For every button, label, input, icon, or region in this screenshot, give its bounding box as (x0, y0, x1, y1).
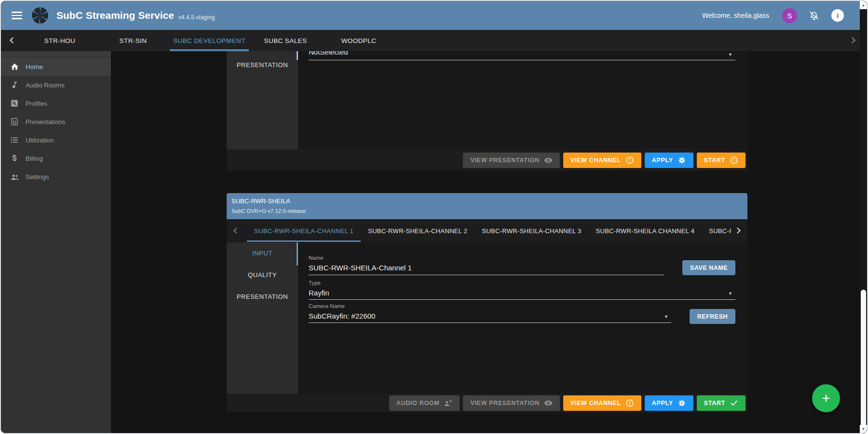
sidebar-item-label: Home (26, 63, 43, 70)
side-tab-column: INPUT QUALITY PRESENTATION (227, 242, 298, 395)
app-window: SubC Streaming Service v4.4.5-staging We… (0, 0, 868, 434)
start-button[interactable]: START (697, 395, 746, 411)
view-presentation-button[interactable]: VIEW PRESENTATION (463, 395, 559, 411)
sidebar-item-profiles[interactable]: Profiles (1, 94, 111, 112)
sidebar-item-settings[interactable]: Settings (1, 168, 111, 186)
org-tab-str-sin[interactable]: STR-SIN (96, 30, 170, 51)
gear-icon (678, 399, 686, 407)
type-underline (309, 299, 735, 300)
view-channel-button[interactable]: VIEW CHANNEL (563, 153, 641, 168)
list-icon (10, 135, 19, 145)
eye-icon (544, 399, 553, 407)
camera-name-underline (309, 322, 671, 323)
view-presentation-button[interactable]: VIEW PRESENTATION (463, 153, 559, 168)
type-select[interactable]: Rayfin (309, 289, 329, 297)
alert-icon (625, 156, 634, 165)
apply-button[interactable]: APPLY (645, 395, 693, 411)
channel-tab-3[interactable]: SUBC-RWR-SHEILA-CHANNEL 3 (475, 219, 588, 242)
presentation-panel: NotSelected ▼ (298, 51, 747, 150)
eye-icon (544, 156, 553, 165)
dropdown-arrow-icon[interactable]: ▼ (664, 314, 668, 319)
name-label: Name (309, 255, 324, 261)
sidebar-item-home[interactable]: Home (1, 57, 111, 76)
org-tab-subc-sales[interactable]: SUBC SALES (249, 30, 322, 51)
music-note-icon (10, 80, 19, 90)
sidebar-item-label: Audio Rooms (26, 82, 65, 89)
aperture-logo-icon (32, 7, 48, 24)
sidebar-top-strip (1, 51, 111, 57)
dropdown-arrow-icon[interactable]: ▼ (728, 52, 732, 57)
sidebar-item-label: Billing (26, 155, 43, 162)
sidebar-item-label: Profiles (26, 100, 47, 107)
camera-name-select[interactable]: SubCRayfin: #22600 (309, 312, 375, 320)
channel-tab-bar: SUBC-RWR-SHEILA-CHANNEL 1 SUBC-RWR-SHEIL… (227, 219, 747, 242)
start-button[interactable]: START (697, 153, 746, 168)
side-tab-presentation[interactable]: PRESENTATION (227, 286, 298, 308)
device-card-header: SUBC-RWR-SHEILA SubC DVR+O v7.12.0-relea… (227, 193, 747, 219)
sidebar-item-audio-rooms[interactable]: Audio Rooms (1, 76, 111, 94)
add-device-fab[interactable]: + (812, 384, 840, 412)
sidebar-item-label: Presentations (26, 118, 66, 126)
input-form: Name SAVE NAME Type Rayfin ▼ Camera Name… (298, 242, 747, 395)
home-icon (10, 62, 19, 71)
sidebar-item-label: Utilization (26, 137, 54, 144)
scrollbar-thumb[interactable] (861, 290, 866, 427)
device-card-subc-rwr-sheila: SUBC-RWR-SHEILA SubC DVR+O v7.12.0-relea… (227, 193, 747, 412)
org-tab-str-hou[interactable]: STR-HOU (23, 30, 96, 51)
channel-panel: INPUT QUALITY PRESENTATION Name SAVE NAM… (227, 242, 747, 395)
org-tab-bar: STR-HOU STR-SIN SUBC DEVELOPMENT SUBC SA… (1, 30, 867, 51)
camera-name-label: Camera Name (309, 303, 345, 309)
card-actions: VIEW PRESENTATION VIEW CHANNEL APPLY STA… (227, 150, 747, 171)
sidebar-item-utilization[interactable]: Utilization (1, 131, 111, 149)
scroll-down-icon[interactable]: ▼ (860, 425, 867, 433)
app-bar: SubC Streaming Service v4.4.5-staging We… (1, 1, 867, 30)
plus-icon: + (822, 390, 830, 406)
presentation-select[interactable]: NotSelected (309, 51, 348, 56)
side-tab-input[interactable]: INPUT (227, 242, 298, 264)
people-icon (10, 172, 19, 182)
sidebar-item-billing[interactable]: $ Billing (1, 149, 111, 168)
channel-tab-1[interactable]: SUBC-RWR-SHEILA-CHANNEL 1 (247, 219, 361, 242)
channels-scroll-left-icon[interactable] (233, 227, 240, 234)
side-tab-column: PRESENTATION (227, 51, 298, 150)
app-title: SubC Streaming Service (56, 10, 174, 21)
card-actions: AUDIO ROOM VIEW PRESENTATION VIEW CHANNE… (227, 394, 747, 412)
sidebar-item-label: Settings (26, 173, 49, 181)
voice-icon (444, 399, 452, 407)
side-tab-quality[interactable]: QUALITY (227, 264, 298, 286)
check-icon (730, 399, 738, 407)
image-search-icon (10, 98, 19, 108)
notifications-off-icon[interactable] (808, 10, 820, 21)
tabs-scroll-left-icon[interactable] (10, 37, 16, 43)
channel-tab-4[interactable]: SUBC-RWR-SHEILA CHANNEL 4 (588, 219, 702, 242)
device-card-top: PRESENTATION NotSelected ▼ VIEW PRESENTA… (227, 51, 747, 171)
device-subtitle: SubC DVR+O v7.12.0-release (231, 208, 747, 214)
avatar[interactable]: S (782, 8, 797, 23)
device-title: SUBC-RWR-SHEILA (231, 197, 747, 205)
audio-room-button[interactable]: AUDIO ROOM (389, 395, 460, 411)
org-tab-subc-development[interactable]: SUBC DEVELOPMENT (170, 30, 249, 51)
info-icon[interactable]: i (831, 9, 844, 22)
tabs-scroll-right-icon[interactable] (849, 37, 855, 43)
org-tab-woodplc[interactable]: WOODPLC (322, 30, 395, 51)
dropdown-arrow-icon[interactable]: ▼ (728, 291, 732, 296)
welcome-text: Welcome, sheila.glass (702, 12, 769, 19)
menu-icon[interactable] (12, 10, 22, 21)
scroll-up-icon[interactable]: ▲ (860, 1, 867, 9)
channels-scroll-right-icon[interactable] (734, 227, 741, 234)
channel-tab-5[interactable]: SUBC-RWR-S (702, 219, 731, 242)
page-scrollbar: ▲ ▼ (860, 1, 867, 433)
sidebar-item-presentations[interactable]: Presentations (1, 112, 111, 131)
refresh-button[interactable]: REFRESH (690, 309, 735, 324)
view-channel-button[interactable]: VIEW CHANNEL (563, 395, 641, 411)
channel-tab-2[interactable]: SUBC-RWR-SHEILA-CHANNEL 2 (361, 219, 475, 242)
name-input[interactable] (309, 264, 664, 275)
gear-icon (678, 156, 686, 165)
apply-button[interactable]: APPLY (645, 153, 693, 168)
save-name-button[interactable]: SAVE NAME (682, 260, 735, 275)
side-tab-presentation[interactable]: PRESENTATION (227, 61, 298, 69)
dollar-icon: $ (10, 154, 19, 163)
org-tabstrip: STR-HOU STR-SIN SUBC DEVELOPMENT SUBC SA… (23, 30, 395, 51)
sidebar: Home Audio Rooms Profiles Presentations … (1, 51, 111, 433)
channel-tabstrip: SUBC-RWR-SHEILA-CHANNEL 1 SUBC-RWR-SHEIL… (247, 219, 731, 242)
